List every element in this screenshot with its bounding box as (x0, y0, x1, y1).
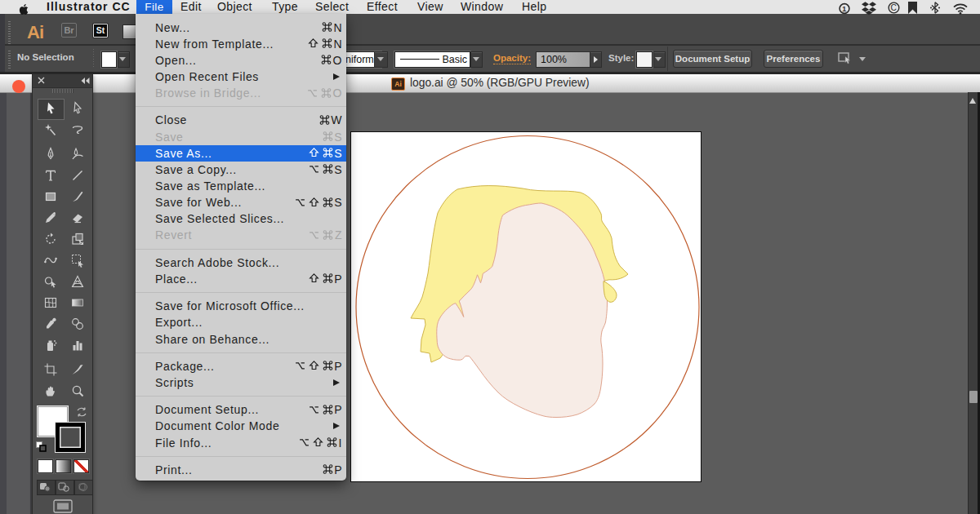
svg-text:1: 1 (842, 4, 846, 12)
svg-text:C: C (891, 3, 898, 12)
